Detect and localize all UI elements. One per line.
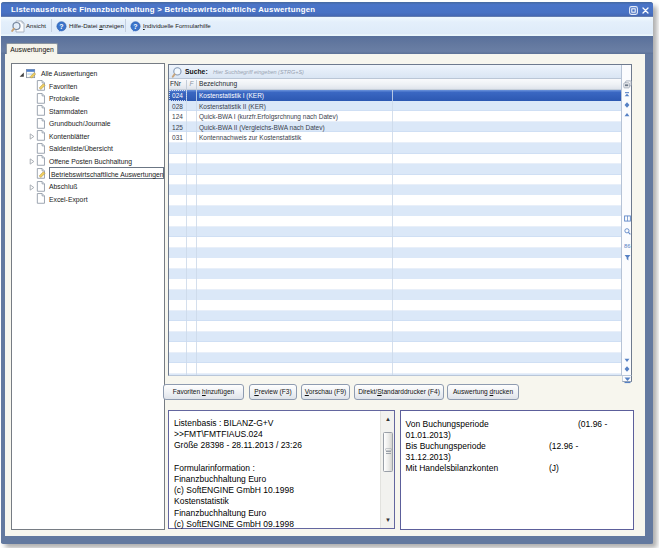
svg-text:?: ?: [59, 23, 63, 30]
svg-text:86: 86: [624, 243, 630, 249]
svg-text:?: ?: [133, 23, 137, 30]
